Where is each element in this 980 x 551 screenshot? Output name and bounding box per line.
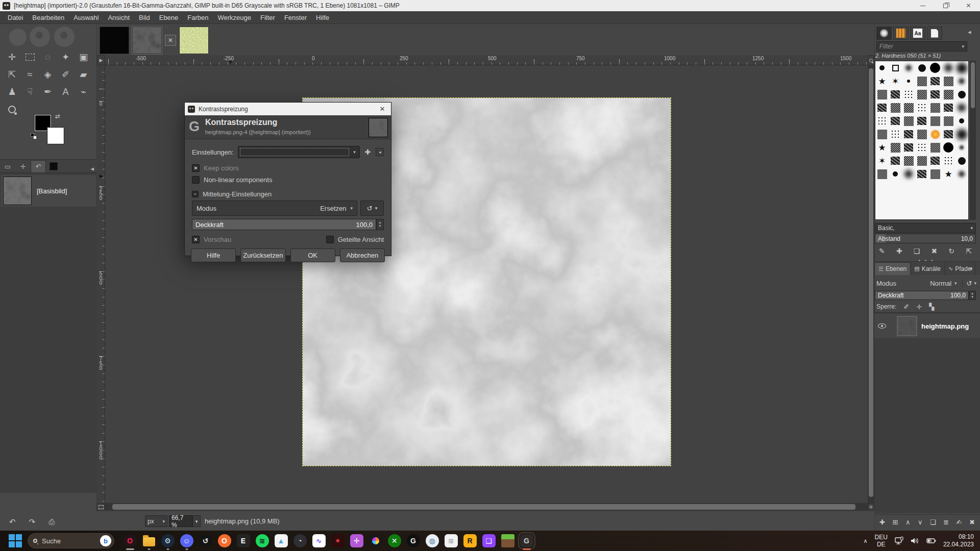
- vertical-scrollbar[interactable]: [868, 65, 874, 503]
- clone-tool[interactable]: ♟: [3, 83, 21, 101]
- opacity-slider[interactable]: Deckkraft 100,0: [192, 219, 376, 230]
- brush-item[interactable]: [902, 101, 915, 114]
- brush-item[interactable]: [955, 114, 968, 128]
- starburst-app[interactable]: ✶: [328, 531, 347, 550]
- brush-item[interactable]: [942, 141, 955, 154]
- open-brush-button[interactable]: ⇱: [966, 247, 972, 255]
- brush-item[interactable]: [915, 154, 928, 167]
- menu-item[interactable]: Ebene: [155, 12, 183, 23]
- brush-item[interactable]: [915, 114, 928, 128]
- image-tab-heightmap[interactable]: [132, 27, 162, 54]
- brush-item[interactable]: [875, 128, 889, 141]
- menu-item[interactable]: Datei: [3, 12, 28, 23]
- menu-item[interactable]: Bearbeiten: [28, 12, 69, 23]
- network-icon[interactable]: [895, 537, 904, 545]
- brush-item[interactable]: [928, 114, 942, 128]
- cancel-button[interactable]: Abbrechen: [340, 248, 385, 262]
- brush-item[interactable]: [915, 61, 928, 74]
- paintbrush-tool[interactable]: ✐: [57, 66, 75, 83]
- delete-brush-button[interactable]: ✖: [931, 247, 937, 255]
- brush-item[interactable]: [902, 114, 915, 128]
- tab-kanaele[interactable]: ▤Kanäle: [911, 262, 945, 275]
- brush-item[interactable]: [902, 141, 915, 154]
- brush-item[interactable]: [915, 128, 928, 141]
- brush-item[interactable]: [875, 114, 889, 128]
- merge-layer-button[interactable]: ≣: [943, 518, 949, 526]
- dialog-titlebar[interactable]: Kontrastspreizung ✕: [185, 103, 391, 115]
- brush-item[interactable]: [942, 74, 955, 88]
- brush-item[interactable]: [955, 154, 968, 167]
- brush-item[interactable]: [902, 74, 915, 88]
- keep-colors-checkbox[interactable]: ✕: [192, 164, 200, 172]
- menu-item[interactable]: Filter: [256, 12, 280, 23]
- raise-layer-button[interactable]: ∧: [905, 518, 911, 526]
- brush-item[interactable]: [942, 114, 955, 128]
- rectangle-select-tool[interactable]: [21, 48, 39, 66]
- tab-image-thumbnail[interactable]: [46, 160, 61, 172]
- volume-icon[interactable]: [911, 537, 920, 545]
- origin[interactable]: O: [215, 531, 234, 550]
- layer-mode-select[interactable]: Normal ▾: [930, 280, 957, 287]
- color-picker-tool[interactable]: ⌁: [75, 83, 92, 101]
- brush-item[interactable]: [875, 167, 889, 181]
- free-select-tool[interactable]: ◌: [39, 48, 57, 66]
- minimize-button[interactable]: [911, 0, 934, 11]
- photos-app[interactable]: ▲: [272, 531, 290, 550]
- zoom-fit-button[interactable]: [868, 55, 874, 65]
- warp-transform-tool[interactable]: ≈: [21, 66, 39, 83]
- gimp[interactable]: G: [517, 531, 536, 550]
- expander-icon[interactable]: −: [192, 191, 199, 197]
- brush-item[interactable]: [875, 101, 889, 114]
- brush-item[interactable]: [928, 74, 942, 88]
- dock-menu-icon[interactable]: ◂: [90, 165, 94, 172]
- restore-button[interactable]: [934, 0, 957, 11]
- brush-item[interactable]: [942, 61, 955, 74]
- close-button[interactable]: ✕: [957, 0, 980, 11]
- duplicate-layer-button[interactable]: ❏: [930, 518, 936, 526]
- brush-item[interactable]: [942, 88, 955, 101]
- add-preset-icon[interactable]: ✚: [365, 148, 371, 156]
- brush-item[interactable]: [889, 61, 902, 74]
- settings-combobox[interactable]: ▾: [238, 146, 360, 158]
- image-tab-texture[interactable]: [179, 27, 209, 54]
- ruler-left[interactable]: 02505007501000: [97, 65, 105, 503]
- undo-base-image-row[interactable]: [Basisbild]: [1, 175, 96, 207]
- brush-item[interactable]: [915, 74, 928, 88]
- anchor-layer-button[interactable]: ✍: [957, 518, 962, 526]
- brush-item[interactable]: [902, 154, 915, 167]
- align-tool[interactable]: ⇱: [3, 66, 21, 83]
- split-view-checkbox[interactable]: [326, 236, 334, 243]
- brush-item[interactable]: [889, 88, 902, 101]
- tab-device-status[interactable]: ✛: [15, 160, 31, 172]
- brush-item[interactable]: [889, 74, 902, 88]
- brush-item[interactable]: [928, 167, 942, 181]
- brush-item[interactable]: [928, 61, 942, 74]
- redo-icon[interactable]: ↷: [29, 517, 36, 527]
- brush-item[interactable]: [875, 154, 889, 167]
- opera-gx[interactable]: O: [120, 531, 139, 550]
- delete-layer-button[interactable]: ✖: [969, 518, 975, 526]
- navigation-button[interactable]: ✛: [868, 503, 874, 511]
- brush-item[interactable]: [955, 101, 968, 114]
- eraser-tool[interactable]: ▰: [75, 66, 92, 83]
- brush-item[interactable]: [942, 101, 955, 114]
- brush-grid-scrollbar[interactable]: [970, 61, 976, 220]
- brush-item[interactable]: [955, 167, 968, 181]
- blend-mode-reset-button[interactable]: ↺ ▾: [360, 201, 384, 216]
- clear-history-icon[interactable]: ⎙: [48, 517, 55, 527]
- tab-patterns[interactable]: [893, 27, 909, 40]
- tab-fonts[interactable]: Aa: [910, 27, 925, 40]
- layer-visibility-toggle[interactable]: [874, 323, 890, 329]
- davinci-resolve[interactable]: [366, 531, 385, 550]
- brush-item[interactable]: [928, 128, 942, 141]
- brush-item[interactable]: [955, 61, 968, 74]
- preview-checkbox[interactable]: ✕: [192, 236, 200, 243]
- smudge-tool[interactable]: ☟: [21, 83, 39, 101]
- default-colors-icon[interactable]: [31, 133, 37, 139]
- swap-colors-icon[interactable]: ⇄: [55, 113, 60, 120]
- edit-brush-button[interactable]: ✎: [879, 247, 885, 255]
- reset-button[interactable]: Zurücksetzen: [240, 248, 285, 262]
- file-explorer[interactable]: [139, 531, 158, 550]
- menu-item[interactable]: Ansicht: [103, 12, 134, 23]
- brush-filter-input[interactable]: Filter ▾: [876, 41, 967, 52]
